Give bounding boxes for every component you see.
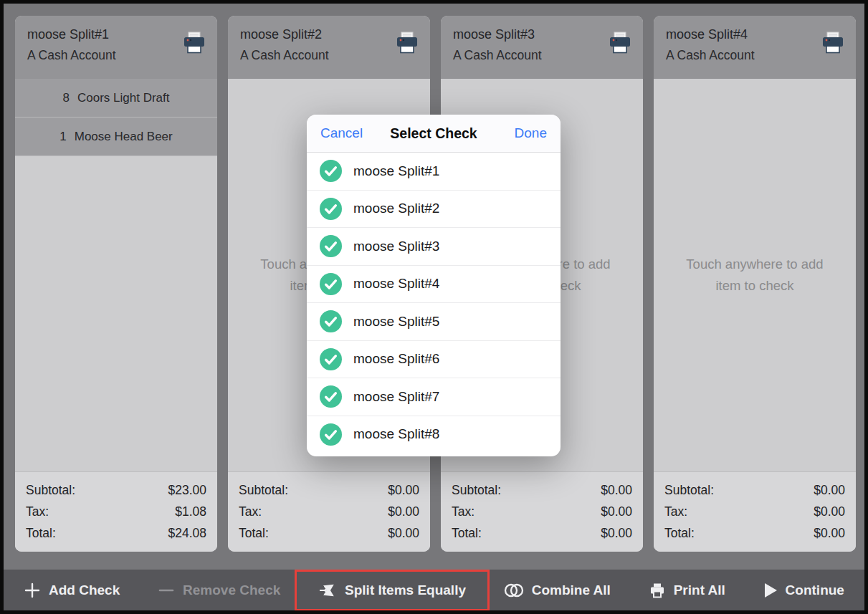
tax-label: Tax:	[452, 501, 474, 522]
item-qty: 1	[59, 130, 66, 144]
subtotal-label: Subtotal:	[26, 479, 75, 501]
tax-value: $0.00	[814, 501, 845, 522]
printer-icon[interactable]	[395, 32, 419, 54]
remove-check-button[interactable]: Remove Check	[153, 581, 285, 600]
check-option-5[interactable]: moose Split#5	[307, 303, 561, 341]
split-arrows-icon	[318, 582, 337, 599]
empty-check-hint: Touch anywhere to add item to check	[676, 254, 834, 297]
combine-all-label: Combine All	[532, 582, 611, 598]
check-item-row[interactable]: 8 Coors Light Draft	[15, 79, 217, 117]
check-option-label: moose Split#6	[353, 351, 439, 367]
printer-icon	[649, 582, 666, 599]
check-circle-icon	[320, 235, 342, 257]
check-option-4[interactable]: moose Split#4	[307, 266, 561, 304]
check-card-1[interactable]: moose Split#1 A Cash Account	[15, 16, 217, 552]
check-item-row[interactable]: 1 Moose Head Beer	[15, 117, 217, 156]
check-option-1[interactable]: moose Split#1	[307, 153, 561, 191]
check-account: A Cash Account	[666, 48, 846, 63]
check-account: A Cash Account	[240, 48, 420, 63]
subtotal-value: $23.00	[168, 479, 206, 501]
split-checks-screen: moose Split#1 A Cash Account	[0, 0, 868, 614]
check-totals: Subtotal:$0.00 Tax:$0.00 Total:$0.00	[441, 471, 643, 552]
check-totals: Subtotal:$0.00 Tax:$0.00 Total:$0.00	[228, 471, 430, 552]
check-title: moose Split#3	[453, 27, 633, 42]
add-check-label: Add Check	[49, 582, 120, 598]
check-option-label: moose Split#4	[353, 276, 439, 292]
combine-circles-icon	[504, 582, 524, 599]
check-option-label: moose Split#1	[353, 163, 439, 179]
bottom-toolbar: Add Check Remove Check Spl	[4, 570, 864, 610]
split-items-equally-button[interactable]: Split Items Equally	[314, 581, 470, 600]
total-value: $0.00	[814, 522, 845, 544]
play-icon	[763, 582, 778, 598]
check-option-3[interactable]: moose Split#3	[307, 228, 561, 266]
printer-icon[interactable]	[821, 32, 845, 54]
check-option-label: moose Split#8	[353, 426, 439, 442]
check-option-6[interactable]: moose Split#6	[307, 341, 561, 379]
subtotal-label: Subtotal:	[239, 479, 288, 501]
continue-label: Continue	[786, 582, 844, 598]
tax-label: Tax:	[239, 501, 262, 522]
check-option-label: moose Split#5	[353, 314, 439, 330]
total-label: Total:	[452, 522, 482, 544]
check-card-1-header: moose Split#1 A Cash Account	[15, 16, 217, 79]
done-button[interactable]: Done	[515, 125, 547, 141]
check-option-7[interactable]: moose Split#7	[307, 378, 561, 416]
check-circle-icon	[320, 423, 342, 446]
check-account: A Cash Account	[453, 48, 633, 63]
check-title: moose Split#4	[666, 27, 846, 42]
print-all-label: Print All	[674, 582, 725, 598]
check-account: A Cash Account	[27, 48, 207, 63]
combine-all-button[interactable]: Combine All	[500, 581, 615, 600]
check-circle-icon	[320, 198, 342, 220]
remove-check-label: Remove Check	[183, 582, 280, 598]
total-label: Total:	[26, 522, 56, 544]
check-card-4[interactable]: moose Split#4 A Cash Account	[654, 16, 856, 552]
select-check-modal-header: Cancel Select Check Done	[307, 115, 561, 153]
total-value: $0.00	[388, 522, 419, 544]
add-check-button[interactable]: Add Check	[19, 581, 124, 600]
check-body[interactable]: Touch anywhere to add item to check	[654, 79, 856, 471]
minus-icon	[158, 582, 175, 599]
check-card-4-header: moose Split#4 A Cash Account	[654, 16, 856, 79]
check-circle-icon	[320, 310, 342, 332]
cancel-button[interactable]: Cancel	[320, 125, 363, 141]
check-option-8[interactable]: moose Split#8	[307, 416, 561, 454]
total-label: Total:	[664, 522, 695, 544]
subtotal-label: Subtotal:	[452, 479, 501, 501]
check-totals: Subtotal:$23.00 Tax:$1.08 Total:$24.08	[15, 471, 217, 552]
item-name: Coors Light Draft	[77, 91, 170, 105]
check-circle-icon	[320, 160, 342, 182]
check-option-2[interactable]: moose Split#2	[307, 191, 561, 229]
check-body[interactable]	[15, 156, 217, 471]
total-value: $0.00	[601, 522, 632, 544]
check-title: moose Split#2	[240, 27, 420, 42]
tax-label: Tax:	[26, 501, 49, 522]
subtotal-value: $0.00	[601, 479, 632, 501]
check-circle-icon	[320, 385, 342, 408]
check-option-label: moose Split#2	[353, 201, 439, 216]
check-option-label: moose Split#3	[353, 239, 439, 254]
check-card-2-header: moose Split#2 A Cash Account	[228, 16, 430, 79]
check-totals: Subtotal:$0.00 Tax:$0.00 Total:$0.00	[654, 471, 856, 552]
tax-value: $0.00	[388, 501, 419, 522]
subtotal-value: $0.00	[388, 479, 419, 501]
check-option-label: moose Split#7	[353, 389, 439, 405]
check-card-3-header: moose Split#3 A Cash Account	[441, 16, 643, 79]
total-value: $24.08	[168, 522, 206, 544]
subtotal-value: $0.00	[814, 479, 845, 501]
tax-label: Tax:	[664, 501, 687, 522]
total-label: Total:	[239, 522, 269, 544]
tax-value: $0.00	[601, 501, 632, 522]
tax-value: $1.08	[175, 501, 206, 522]
printer-icon[interactable]	[182, 32, 206, 54]
split-items-equally-label: Split Items Equally	[345, 582, 466, 598]
check-circle-icon	[320, 273, 342, 295]
print-all-button[interactable]: Print All	[644, 581, 730, 600]
item-qty: 8	[63, 91, 70, 105]
check-title: moose Split#1	[27, 27, 207, 42]
printer-icon[interactable]	[608, 32, 632, 54]
select-check-modal: Cancel Select Check Done moose Split#1 m…	[307, 115, 561, 456]
item-name: Moose Head Beer	[75, 130, 173, 144]
continue-button[interactable]: Continue	[759, 582, 849, 599]
